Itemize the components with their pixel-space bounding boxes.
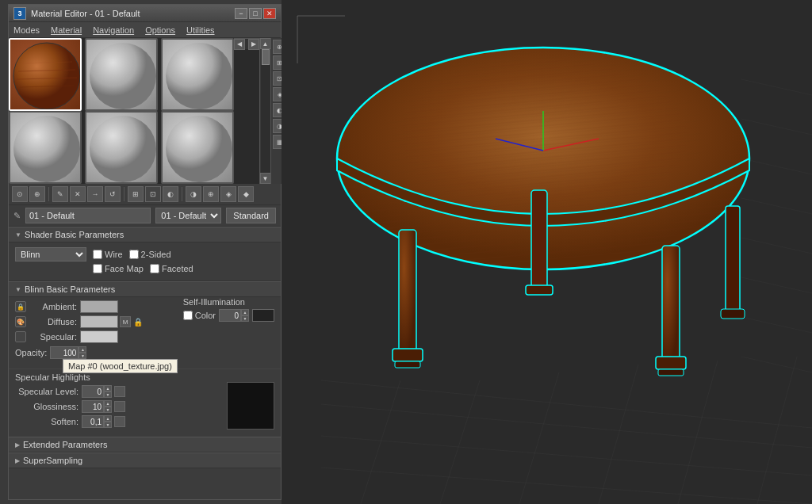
specular-curve-preview [227, 382, 274, 430]
opacity-up[interactable]: ▲ [79, 346, 86, 353]
tb-sphere[interactable]: ⊞ [128, 186, 144, 202]
wire-checkbox[interactable] [93, 250, 102, 259]
opacity-down[interactable]: ▼ [79, 353, 86, 359]
spec-level-spinner[interactable]: ▲ ▼ [82, 385, 112, 398]
soften-map-btn[interactable] [114, 416, 125, 427]
tb-delete[interactable]: ✕ [70, 186, 86, 202]
mat-ball-3[interactable] [161, 38, 234, 111]
soften-up[interactable]: ▲ [104, 415, 112, 422]
diffuse-color-icon[interactable]: 🎨 [15, 316, 26, 327]
vscroll-up-arrow[interactable]: ▲ [260, 38, 271, 49]
menu-options[interactable]: Options [144, 25, 177, 35]
ambient-lock-icon[interactable]: 🔒 [15, 301, 26, 312]
svg-line-22 [678, 361, 718, 504]
glossiness-up[interactable]: ▲ [104, 400, 112, 407]
tb-copy[interactable]: ↺ [105, 186, 121, 202]
spec-level-down[interactable]: ▼ [104, 391, 112, 398]
spec-level-value[interactable] [82, 385, 104, 398]
svg-line-20 [519, 372, 559, 504]
spec-level-up[interactable]: ▲ [104, 385, 112, 391]
opacity-arrows: ▲ ▼ [79, 346, 86, 359]
grid-vscrollbar[interactable]: ▲ ▼ [259, 38, 270, 184]
spec-level-map-btn[interactable] [114, 386, 125, 397]
soften-spinner[interactable]: ▲ ▼ [82, 415, 112, 428]
svg-line-26 [741, 158, 812, 174]
svg-rect-44 [531, 190, 547, 293]
menu-navigation[interactable]: Navigation [91, 25, 136, 35]
faceted-checkbox-label[interactable]: Faceted [150, 264, 193, 273]
glossiness-value[interactable] [82, 400, 104, 413]
right-wall-grid [741, 79, 812, 372]
tb-options[interactable]: ⊕ [203, 186, 219, 202]
facemap-checkbox[interactable] [93, 264, 102, 273]
menu-modes[interactable]: Modes [12, 25, 41, 35]
mat-ball-5[interactable] [85, 111, 158, 184]
spec-level-arrows: ▲ ▼ [104, 385, 112, 398]
shader-params-header[interactable]: ▼ Shader Basic Parameters [9, 227, 281, 242]
tb-get-material[interactable]: ⊙ [12, 186, 28, 202]
tb-sep-1 [48, 187, 49, 201]
twosided-checkbox-label[interactable]: 2-Sided [129, 250, 171, 259]
opacity-value[interactable] [50, 346, 79, 359]
mat-ball-1[interactable] [9, 38, 82, 111]
tb-put-material[interactable]: ⊕ [29, 186, 45, 202]
ambient-icons: 🔒 [15, 301, 28, 312]
glossiness-down[interactable]: ▼ [104, 407, 112, 413]
material-type-button[interactable]: Standard [226, 208, 276, 223]
vscroll-thumb[interactable] [262, 49, 270, 65]
shader-params-content: Blinn Phong Metal Wire 2-Sided Face Map … [9, 242, 281, 281]
facemap-checkbox-label[interactable]: Face Map [93, 264, 144, 273]
minimize-button[interactable]: − [235, 8, 247, 19]
opacity-spinner[interactable]: ▲ ▼ [50, 346, 86, 359]
grid-hscrollbar[interactable]: ◀ ▶ [234, 38, 259, 49]
hscroll-left-arrow[interactable]: ◀ [234, 39, 245, 50]
ambient-color-swatch[interactable] [80, 300, 118, 313]
faceted-checkbox[interactable] [150, 264, 159, 273]
menu-utilities[interactable]: Utilities [185, 25, 216, 35]
soften-down[interactable]: ▼ [104, 422, 112, 428]
menu-material[interactable]: Material [49, 25, 83, 35]
material-slot-dropdown[interactable]: 01 - Default [155, 208, 221, 223]
diffuse-row: 🎨 Diffuse: M 🔒 [15, 315, 274, 328]
svg-rect-48 [726, 206, 740, 317]
soften-value[interactable] [82, 415, 104, 428]
mat-ball-2[interactable] [85, 38, 158, 111]
tb-cylinder[interactable]: ◐ [163, 186, 178, 202]
vscroll-down-arrow[interactable]: ▼ [260, 173, 271, 184]
vscroll-track[interactable] [261, 49, 270, 173]
blinn-params-header[interactable]: ▼ Blinn Basic Parameters [9, 281, 281, 297]
maximize-button[interactable]: □ [249, 8, 262, 19]
tb-video[interactable]: ◆ [238, 186, 254, 202]
tb-backlight[interactable]: ◑ [186, 186, 201, 202]
supersampling-header[interactable]: ▶ SuperSampling [9, 452, 281, 468]
svg-line-14 [321, 380, 812, 428]
soften-arrows: ▲ ▼ [104, 415, 112, 428]
soften-label: Soften: [15, 417, 79, 426]
diffuse-color-swatch[interactable] [80, 315, 118, 328]
tb-cube[interactable]: ⊡ [145, 186, 161, 202]
svg-line-18 [361, 380, 400, 504]
material-name-input[interactable] [25, 208, 151, 223]
viewport[interactable] [282, 0, 812, 504]
shader-type-select[interactable]: Blinn Phong Metal [15, 247, 86, 262]
tb-reset[interactable]: → [87, 186, 103, 202]
tb-magnify[interactable]: ◈ [220, 186, 236, 202]
hscroll-right-arrow[interactable]: ▶ [248, 39, 259, 50]
close-button[interactable]: ✕ [263, 8, 276, 19]
wire-checkbox-label[interactable]: Wire [93, 250, 123, 259]
opacity-label: Opacity: [15, 348, 47, 357]
glossiness-spinner[interactable]: ▲ ▼ [82, 400, 112, 413]
mat-ball-6[interactable] [161, 111, 234, 184]
svg-point-9 [90, 116, 156, 182]
facemap-label: Face Map [105, 264, 144, 273]
glossiness-map-btn[interactable] [114, 401, 125, 412]
twosided-checkbox[interactable] [129, 250, 139, 259]
specular-color-swatch[interactable] [80, 330, 118, 343]
tb-sep-3 [182, 187, 182, 201]
diffuse-map-btn[interactable]: M [120, 316, 131, 327]
svg-line-16 [321, 436, 812, 475]
tb-assign-material[interactable]: ✎ [52, 186, 68, 202]
mat-ball-4[interactable] [9, 111, 82, 184]
extended-params-header[interactable]: ▶ Extended Parameters [9, 437, 281, 452]
leg-front-left [393, 230, 423, 368]
